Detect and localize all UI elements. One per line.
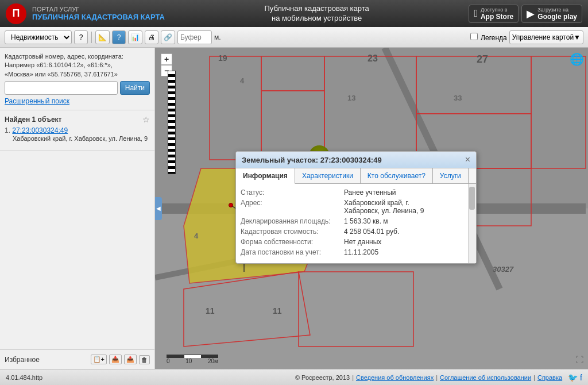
results-star-icon[interactable]: ☆ xyxy=(142,115,150,124)
googleplay-badge[interactable]: ▶ Загрузите на Google play xyxy=(521,5,582,23)
results-panel: Найден 1 объект ☆ 1. 27:23:0030324:49 Ха… xyxy=(0,110,154,151)
popup-close-button[interactable]: × xyxy=(465,155,470,164)
popup-tab-services[interactable]: Услуги xyxy=(433,168,469,183)
popup-content: Статус: Ранее учтенный Адрес: Хабаровски… xyxy=(236,184,476,263)
statusbar-help-link[interactable]: Справка xyxy=(537,374,562,381)
advanced-search-link[interactable]: Расширенный поиск xyxy=(5,97,150,105)
sidebar-favorites: Избранное 📋+ 📥 📤 🗑 xyxy=(0,349,154,369)
favorites-label: Избранное xyxy=(5,356,88,364)
statusbar-terms-link[interactable]: Соглашение об использовании xyxy=(440,374,531,381)
statusbar-copyright: © Росреестр, 2013 xyxy=(295,374,350,381)
info-value-cost: 4 258 054.01 руб. xyxy=(344,228,471,236)
red-dot-marker xyxy=(229,203,233,207)
statusbar-url: 4.01.484.http xyxy=(6,374,295,381)
header: П ПОРТАЛ УСЛУГ ПУБЛИЧНАЯ КАДАСТРОВАЯ КАР… xyxy=(0,0,588,27)
toolbar-btn-info[interactable]: ? xyxy=(112,30,126,44)
toolbar-btn-measure[interactable]: 📐 xyxy=(95,30,110,44)
property-type-select[interactable]: Недвижимость xyxy=(5,30,72,44)
popup-scroll-thumb[interactable] xyxy=(469,187,475,210)
info-label-ownership: Форма собственности: xyxy=(241,238,344,246)
header-center-text: Публичная кадастровая картана мобильном … xyxy=(265,4,369,24)
legend-checkbox-label: Легенда xyxy=(470,33,507,42)
header-title-top: ПОРТАЛ УСЛУГ xyxy=(32,6,165,13)
scale-ruler: 0 10 20м xyxy=(167,355,218,364)
info-label-status: Статус: xyxy=(241,188,344,197)
search-panel: Кадастровый номер, адрес, координата: На… xyxy=(0,48,154,110)
toolbar-btn-chart[interactable]: 📊 xyxy=(128,30,142,44)
play-icon: ▶ xyxy=(527,7,535,20)
legend-label: Легенда xyxy=(481,34,507,42)
popup-tab-info[interactable]: Информация xyxy=(236,168,295,184)
scale-labels: 0 10 20м xyxy=(167,358,218,364)
logo-icon: П xyxy=(6,3,26,24)
info-row-area: Декларированная площадь: 1 563.30 кв. м xyxy=(241,217,471,225)
buffer-unit-label: м. xyxy=(214,33,221,41)
toolbar-separator-1 xyxy=(91,32,92,43)
globe-icon: 🌐 xyxy=(570,52,583,66)
toolbar-btn-query[interactable]: ? xyxy=(74,30,88,44)
info-label-date: Дата постановки на учет: xyxy=(241,248,344,256)
scale-label-20: 20м xyxy=(208,358,218,364)
result-item-address: Хабаровский край, г. Хабаровск, ул. Лени… xyxy=(13,134,150,143)
buffer-input[interactable] xyxy=(177,30,212,44)
header-right:  Доступно в App Store ▶ Загрузите на Go… xyxy=(469,5,582,23)
toolbar: Недвижимость ? 📐 ? 📊 🖨 🔗 м. Легенда Упра… xyxy=(0,27,588,48)
search-input[interactable] xyxy=(5,81,118,95)
apple-icon:  xyxy=(474,7,478,20)
search-button[interactable]: Найти xyxy=(120,81,150,95)
search-hint: Кадастровый номер, адрес, координата: На… xyxy=(5,52,150,79)
map-control-btn[interactable]: Управление картой ▼ xyxy=(509,30,583,44)
scale-label-0: 0 xyxy=(167,358,170,364)
expand-icon[interactable]: ⛶ xyxy=(575,355,583,364)
sidebar: Кадастровый номер, адрес, координата: На… xyxy=(0,48,155,369)
results-count: Найден 1 объект xyxy=(5,116,62,124)
result-item-link[interactable]: 27:23:0030324:49 xyxy=(12,126,68,134)
popup-tabs: Информация Характеристики Кто обслуживае… xyxy=(236,168,476,184)
result-item-number: 1. xyxy=(5,126,10,134)
legend-checkbox[interactable] xyxy=(470,33,478,40)
popup-title: Земельный участок: 27:23:0030324:49 xyxy=(242,156,382,164)
popup-header: Земельный участок: 27:23:0030324:49 × xyxy=(236,152,476,168)
popup-tab-characteristics[interactable]: Характеристики xyxy=(295,168,361,183)
info-label-cost: Кадастровая стоимость: xyxy=(241,228,344,236)
info-value-status: Ранее учтенный xyxy=(344,188,471,197)
favorites-export-btn[interactable]: 📤 xyxy=(124,355,137,364)
header-title-main: ПУБЛИЧНАЯ КАДАСТРОВАЯ КАРТА xyxy=(32,13,165,21)
results-header: Найден 1 объект ☆ xyxy=(5,115,150,124)
appstore-badge[interactable]:  Доступно в App Store xyxy=(469,5,519,23)
info-value-address: Хабаровский край, г.Хабаровск, ул. Ленин… xyxy=(344,199,471,215)
statusbar-center: © Росреестр, 2013 | Сведения об обновлен… xyxy=(295,374,562,381)
popup-tab-service[interactable]: Кто обслуживает? xyxy=(361,168,433,183)
popup-scrollbar[interactable] xyxy=(468,184,476,263)
info-value-date: 11.11.2005 xyxy=(344,248,471,256)
search-row: Найти xyxy=(5,81,150,95)
popup-panel: Земельный участок: 27:23:0030324:49 × Ин… xyxy=(235,151,477,264)
toolbar-btn-share[interactable]: 🔗 xyxy=(161,30,175,44)
info-row-ownership: Форма собственности: Нет данных xyxy=(241,238,471,246)
toolbar-btn-print[interactable]: 🖨 xyxy=(145,30,158,44)
statusbar-updates-link[interactable]: Сведения об обновлениях xyxy=(356,374,434,381)
info-row-cost: Кадастровая стоимость: 4 258 054.01 руб. xyxy=(241,228,471,236)
sidebar-spacer xyxy=(0,151,154,349)
info-row-address: Адрес: Хабаровский край, г.Хабаровск, ул… xyxy=(241,199,471,215)
map-container[interactable]: 19 23 27 4 13 33 4 30324 4 11 11 30327 ◀… xyxy=(155,48,588,369)
main-content: Кадастровый номер, адрес, координата: На… xyxy=(0,48,588,369)
statusbar-social: 🐦 f xyxy=(568,373,582,382)
info-label-address: Адрес: xyxy=(241,199,344,207)
header-titles: ПОРТАЛ УСЛУГ ПУБЛИЧНАЯ КАДАСТРОВАЯ КАРТА xyxy=(32,6,165,21)
info-row-status: Статус: Ранее учтенный xyxy=(241,188,471,197)
facebook-icon[interactable]: f xyxy=(580,373,582,382)
header-left: П ПОРТАЛ УСЛУГ ПУБЛИЧНАЯ КАДАСТРОВАЯ КАР… xyxy=(6,3,165,24)
sidebar-collapse-handle[interactable]: ◀ xyxy=(155,197,162,220)
popup-body: Статус: Ранее учтенный Адрес: Хабаровски… xyxy=(236,184,476,263)
favorites-delete-btn[interactable]: 🗑 xyxy=(139,355,150,364)
scale-label-10: 10 xyxy=(185,358,192,364)
zoom-in-button[interactable]: + xyxy=(161,53,172,65)
toolbar-right: Легенда Управление картой ▼ xyxy=(470,30,583,44)
favorites-import-btn[interactable]: 📥 xyxy=(109,355,122,364)
info-value-ownership: Нет данных xyxy=(344,238,471,246)
favorites-add-btn[interactable]: 📋+ xyxy=(91,355,107,364)
scale-bar xyxy=(168,71,176,174)
info-row-date: Дата постановки на учет: 11.11.2005 xyxy=(241,248,471,256)
twitter-icon[interactable]: 🐦 xyxy=(568,373,578,382)
